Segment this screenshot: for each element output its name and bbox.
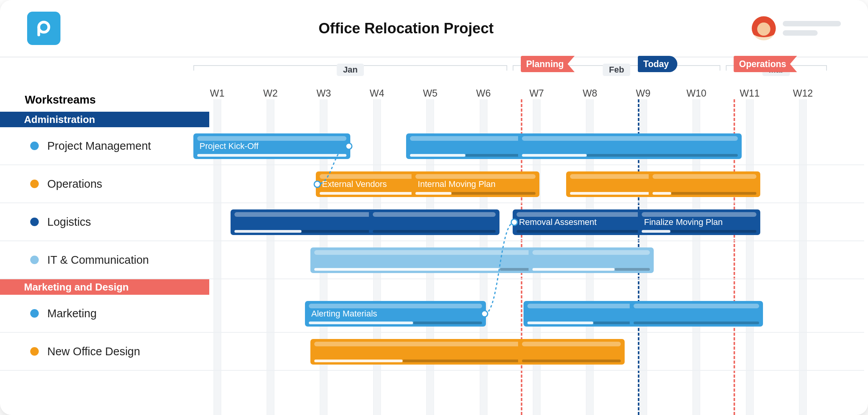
gantt-bar[interactable] — [369, 209, 499, 235]
gantt-bar[interactable]: Finalize Moving Plan — [638, 209, 760, 235]
bar-label: Finalize Moving Plan — [644, 217, 723, 227]
week-label: W1 — [210, 88, 225, 99]
gantt-bar[interactable]: Project Kick-Off — [193, 133, 350, 159]
week-label: W8 — [583, 88, 598, 99]
color-dot — [30, 218, 39, 226]
group-header-design[interactable]: Marketing and Design — [0, 279, 209, 295]
user-menu[interactable] — [752, 16, 841, 40]
bar-label: Alerting Materials — [311, 309, 377, 319]
workstream-row[interactable]: IT & Communication — [0, 241, 209, 279]
gantt-row: Alerting Materials — [209, 295, 864, 333]
gantt-row — [209, 333, 864, 371]
avatar — [752, 16, 776, 40]
month-label: Feb — [603, 64, 630, 76]
workstream-label: Logistics — [47, 216, 91, 228]
workstream-label: New Office Design — [47, 345, 140, 358]
user-lines — [783, 21, 841, 36]
month-label: Jan — [337, 64, 364, 76]
color-dot — [30, 309, 39, 318]
gantt-bar[interactable] — [518, 133, 742, 159]
week-label: W12 — [793, 88, 813, 99]
sidebar: Workstreams AdministrationProject Manage… — [0, 57, 209, 415]
color-dot — [30, 142, 39, 150]
logo-icon — [35, 19, 53, 37]
sidebar-heading: Workstreams — [0, 57, 209, 112]
bar-label: External Vendors — [322, 179, 387, 189]
svg-point-0 — [39, 22, 49, 32]
gantt-bar[interactable] — [406, 133, 537, 159]
gantt-bar[interactable] — [649, 171, 761, 197]
gantt-row — [209, 241, 864, 279]
week-label: W5 — [423, 88, 437, 99]
gantt-bar[interactable]: Alerting Materials — [305, 301, 486, 327]
top-bar: Office Relocation Project — [0, 0, 868, 57]
gantt-bar[interactable]: Internal Moving Plan — [412, 171, 539, 197]
month-label: Mar — [763, 64, 790, 76]
gantt-row: External VendorsInternal Moving Plan — [209, 165, 864, 203]
workstream-label: IT & Communication — [47, 254, 149, 266]
workstream-label: Operations — [47, 178, 102, 190]
group-header-admin[interactable]: Administration — [0, 112, 209, 127]
gantt-bar[interactable] — [518, 339, 625, 365]
week-label: W10 — [686, 88, 706, 99]
timeline-grid[interactable]: JanFebMar W1W2W3W4W5W6W7W8W9W10W11W12 Pl… — [209, 57, 864, 415]
week-label: W7 — [529, 88, 544, 99]
workstream-row[interactable]: Marketing — [0, 295, 209, 333]
gantt-bar[interactable] — [630, 301, 763, 327]
gantt-bar[interactable] — [529, 247, 654, 273]
workstream-label: Project Management — [47, 140, 151, 152]
workstream-row[interactable]: Logistics — [0, 203, 209, 241]
gantt-row: Project Kick-Off — [209, 127, 864, 165]
gantt-bar[interactable] — [310, 339, 539, 365]
color-dot — [30, 256, 39, 264]
gantt-bar[interactable] — [310, 247, 537, 273]
bar-label: Project Kick-Off — [200, 141, 258, 151]
week-label: W11 — [740, 88, 760, 99]
workstream-row[interactable]: Operations — [0, 165, 209, 203]
bar-label: Removal Assesment — [519, 217, 597, 227]
workstream-row[interactable]: Project Management — [0, 127, 209, 165]
bar-label: Internal Moving Plan — [418, 179, 496, 189]
gantt-row: Removal AssesmentFinalize Moving Plan — [209, 203, 864, 241]
workstream-label: Marketing — [47, 307, 96, 320]
color-dot — [30, 180, 39, 188]
color-dot — [30, 347, 39, 356]
app-logo[interactable] — [27, 12, 60, 45]
page-title: Office Relocation Project — [60, 20, 752, 37]
week-label: W9 — [636, 88, 651, 99]
week-label: W2 — [263, 88, 278, 99]
week-label: W3 — [317, 88, 331, 99]
workstream-row[interactable]: New Office Design — [0, 333, 209, 371]
week-label: W6 — [476, 88, 491, 99]
week-label: W4 — [370, 88, 384, 99]
